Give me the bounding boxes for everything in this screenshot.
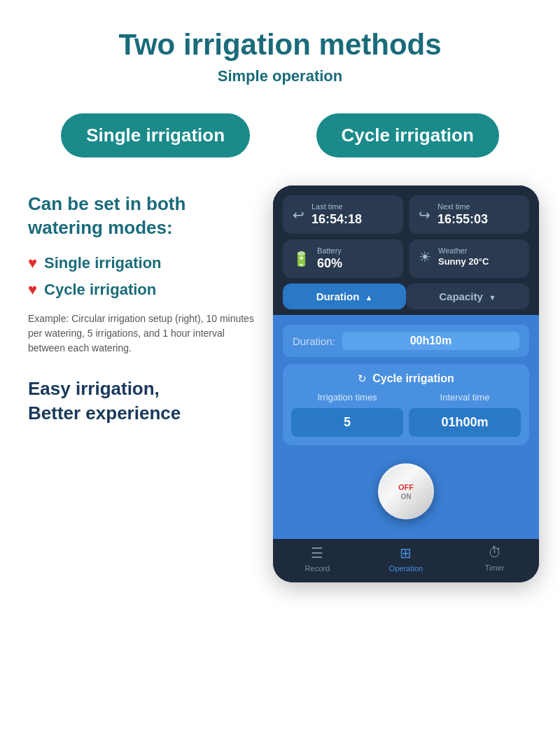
knob-area: OFF ON: [283, 456, 529, 529]
duration-field-value[interactable]: 00h10m: [342, 332, 519, 350]
cycle-labels-row: Irrigation times Interval time: [291, 392, 521, 402]
on-off-knob[interactable]: OFF ON: [378, 463, 434, 519]
weather-label: Weather: [438, 246, 489, 255]
last-time-icon: ↩: [293, 206, 304, 223]
single-irrigation-badge: Single irrigation: [61, 113, 250, 158]
header-section: Two irrigation methods Simple operation: [0, 0, 560, 92]
knob-on-label: ON: [401, 493, 412, 500]
nav-timer[interactable]: ⏱ Timer: [450, 545, 539, 573]
cycle-section-title: Cycle irrigation: [372, 372, 454, 385]
phone-bottom-nav: ☰ Record ⊞ Operation ⏱ Timer: [273, 539, 539, 582]
irrigation-times-value[interactable]: 5: [291, 408, 403, 437]
last-time-value: 16:54:18: [312, 212, 362, 227]
knob-off-label: OFF: [398, 483, 414, 491]
duration-field-label: Duration:: [293, 335, 335, 347]
easy-text: Easy irrigation, Better experience: [28, 377, 259, 426]
duration-row: Duration: 00h10m: [283, 325, 529, 357]
next-time-icon: ↪: [419, 206, 430, 223]
operation-icon: ⊞: [400, 545, 412, 561]
weather-card: ☀ Weather Sunny 20°C: [409, 239, 529, 278]
tab-capacity[interactable]: Capacity ▼: [406, 284, 529, 309]
next-time-card: ↪ Next time 16:55:03: [409, 195, 529, 234]
cycle-irrigation-badge: Cycle irrigation: [316, 113, 499, 158]
battery-value: 60%: [317, 256, 342, 271]
cycle-refresh-icon: ↻: [358, 372, 367, 385]
nav-record-label: Record: [305, 564, 330, 573]
timer-icon: ⏱: [488, 545, 502, 561]
sub-title: Simple operation: [14, 67, 546, 85]
tab-capacity-arrow: ▼: [489, 293, 496, 302]
cycle-values-row: 5 01h00m: [291, 408, 521, 437]
phone-mockup: ↩ Last time 16:54:18 ↪ Next time 16:55:0…: [273, 186, 539, 582]
battery-icon: 🔋: [293, 251, 310, 267]
interval-time-label: Interval time: [409, 392, 521, 402]
cycle-title-row: ↻ Cycle irrigation: [291, 372, 521, 385]
badges-row: Single irrigation Cycle irrigation: [0, 92, 560, 172]
can-set-text: Can be set in both watering modes:: [28, 192, 259, 240]
heart-icon-1: ♥: [28, 254, 37, 272]
example-text: Example: Circular irrigation setup (righ…: [28, 312, 259, 356]
phone-content: Duration: 00h10m ↻ Cycle irrigation Irri…: [273, 315, 539, 539]
bullet-single-label: Single irrigation: [44, 254, 161, 272]
nav-timer-label: Timer: [485, 564, 505, 572]
weather-value: Sunny 20°C: [438, 256, 489, 267]
bullet-cycle-label: Cycle irrigation: [44, 281, 156, 299]
tab-duration[interactable]: Duration ▲: [283, 284, 406, 309]
battery-card: 🔋 Battery 60%: [283, 239, 403, 278]
main-title: Two irrigation methods: [14, 28, 546, 62]
record-icon: ☰: [311, 545, 323, 561]
weather-icon: ☀: [419, 248, 431, 265]
bullet-cycle: ♥ Cycle irrigation: [28, 281, 259, 299]
next-time-value: 16:55:03: [438, 212, 488, 227]
heart-icon-2: ♥: [28, 281, 37, 299]
tab-duration-arrow: ▲: [365, 293, 372, 302]
nav-record[interactable]: ☰ Record: [273, 545, 362, 573]
next-time-label: Next time: [438, 202, 488, 211]
interval-time-value[interactable]: 01h00m: [409, 408, 521, 437]
last-time-card: ↩ Last time 16:54:18: [283, 195, 403, 234]
phone-tabs: Duration ▲ Capacity ▼: [273, 284, 539, 315]
nav-operation[interactable]: ⊞ Operation: [362, 545, 451, 573]
phone-top-info: ↩ Last time 16:54:18 ↪ Next time 16:55:0…: [273, 186, 539, 284]
nav-operation-label: Operation: [389, 564, 423, 573]
cycle-section: ↻ Cycle irrigation Irrigation times Inte…: [283, 364, 529, 445]
irrigation-times-label: Irrigation times: [291, 392, 403, 402]
battery-label: Battery: [317, 246, 342, 255]
left-panel: Can be set in both watering modes: ♥ Sin…: [28, 186, 259, 426]
last-time-label: Last time: [312, 202, 362, 211]
content-row: Can be set in both watering modes: ♥ Sin…: [0, 172, 560, 596]
bullet-single: ♥ Single irrigation: [28, 254, 259, 272]
